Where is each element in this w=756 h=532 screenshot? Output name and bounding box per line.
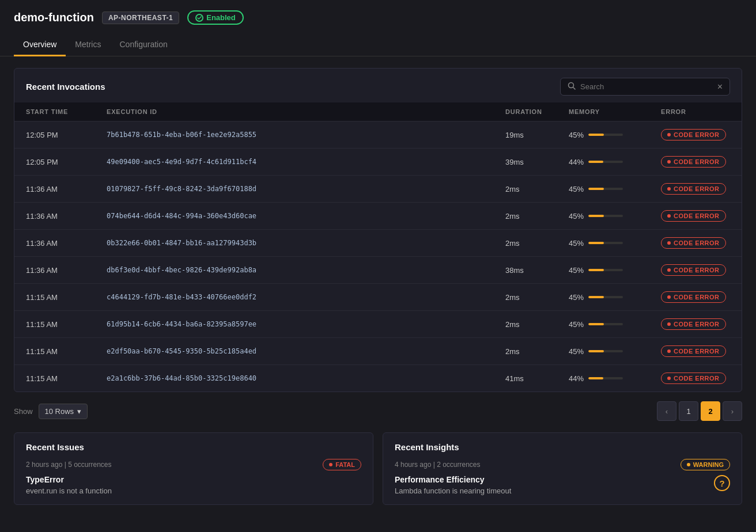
error-badge: CODE ERROR	[661, 373, 726, 384]
page-1-button[interactable]: 1	[679, 401, 698, 421]
memory-bar-bg	[588, 377, 623, 379]
cell-duration: 2ms	[494, 311, 557, 338]
cell-error: CODE ERROR	[649, 203, 742, 230]
memory-bar-fill	[588, 161, 603, 163]
memory-bar-fill	[588, 269, 604, 271]
table-row[interactable]: 11:36 AM 0b322e66-0b01-4847-bb16-aa12799…	[14, 230, 742, 257]
cell-exec-id: e2df50aa-b670-4545-9350-5b25c185a4ed	[95, 338, 494, 365]
recent-insights-title: Recent Insights	[395, 442, 730, 452]
search-icon	[568, 82, 576, 92]
memory-bar-fill	[588, 377, 603, 379]
cell-start-time: 12:05 PM	[14, 149, 95, 176]
cell-memory: 45%	[557, 257, 649, 284]
error-dot-icon	[667, 133, 671, 136]
insight-content: Performance Efficiency Lambda function i…	[395, 475, 730, 495]
issues-meta-text: 2 hours ago | 5 occurrences	[26, 461, 112, 469]
prev-page-button[interactable]: ‹	[657, 401, 676, 421]
next-page-button[interactable]: ›	[723, 401, 742, 421]
warning-dot	[687, 463, 690, 466]
header: demo-function AP-NORTHEAST-1 Enabled	[0, 0, 756, 25]
table-row[interactable]: 11:36 AM db6f3e0d-4bbf-4bec-9826-439de99…	[14, 257, 742, 284]
error-badge: CODE ERROR	[661, 237, 726, 249]
error-badge: CODE ERROR	[661, 156, 726, 168]
warning-badge: WARNING	[681, 459, 730, 470]
cell-memory: 45%	[557, 230, 649, 257]
enabled-label: Enabled	[206, 13, 236, 22]
error-badge: CODE ERROR	[661, 183, 726, 195]
memory-bar-bg	[588, 323, 623, 325]
table-row[interactable]: 12:05 PM 49e09400-aec5-4e9d-9d7f-4c61d91…	[14, 149, 742, 176]
cell-memory: 45%	[557, 203, 649, 230]
cell-duration: 38ms	[494, 257, 557, 284]
rows-select[interactable]: 10 Rows ▾	[39, 404, 88, 419]
cell-exec-id: 01079827-f5ff-49c8-8242-3da9f670188d	[95, 176, 494, 203]
cell-memory: 45%	[557, 121, 649, 149]
show-rows-control: Show 10 Rows ▾	[14, 404, 88, 419]
search-box[interactable]: ×	[560, 78, 730, 96]
memory-bar-fill	[588, 323, 604, 325]
error-badge: CODE ERROR	[661, 129, 726, 140]
insight-text: Lambda function is nearing timeout	[395, 487, 511, 495]
app-title: demo-function	[14, 11, 94, 24]
cell-start-time: 11:36 AM	[14, 230, 95, 257]
memory-bar-fill	[588, 134, 604, 136]
col-header-exec-id: EXECUTION ID	[95, 102, 494, 121]
col-header-duration: DURATION	[494, 102, 557, 121]
insight-text-block: Performance Efficiency Lambda function i…	[395, 475, 511, 495]
tab-overview[interactable]: Overview	[14, 34, 66, 56]
error-dot-icon	[667, 241, 671, 245]
enabled-badge: Enabled	[187, 10, 244, 25]
table-row[interactable]: 11:36 AM 074be644-d6d4-484c-994a-360e43d…	[14, 203, 742, 230]
invocations-card: Recent Invocations × START TIME EXECUTIO…	[14, 68, 742, 392]
error-dot-icon	[667, 295, 671, 299]
table-row[interactable]: 11:15 AM e2a1c6bb-37b6-44ad-85b0-3325c19…	[14, 365, 742, 392]
page-2-button[interactable]: 2	[701, 401, 720, 421]
table-row[interactable]: 11:36 AM 01079827-f5ff-49c8-8242-3da9f67…	[14, 176, 742, 203]
error-badge: CODE ERROR	[661, 345, 726, 357]
cell-start-time: 11:36 AM	[14, 257, 95, 284]
cell-duration: 2ms	[494, 338, 557, 365]
error-badge: CODE ERROR	[661, 318, 726, 330]
rows-dropdown-icon: ▾	[77, 407, 81, 416]
cell-start-time: 11:15 AM	[14, 284, 95, 311]
table-row[interactable]: 11:15 AM c4644129-fd7b-481e-b433-40766ee…	[14, 284, 742, 311]
table-row[interactable]: 11:15 AM 61d95b14-6cb6-4434-ba6a-82395a8…	[14, 311, 742, 338]
cell-exec-id: 49e09400-aec5-4e9d-9d7f-4c61d911bcf4	[95, 149, 494, 176]
col-header-error: ERROR	[649, 102, 742, 121]
memory-bar-fill	[588, 296, 604, 298]
issue-text: event.run is not a function	[26, 487, 361, 495]
table-header-row: START TIME EXECUTION ID DURATION MEMORY …	[14, 102, 742, 121]
memory-bar-bg	[588, 242, 623, 244]
insight-title: Performance Efficiency	[395, 475, 511, 484]
fatal-label: FATAL	[335, 461, 355, 468]
table-footer: Show 10 Rows ▾ ‹ 1 2 ›	[14, 392, 742, 421]
memory-bar-bg	[588, 269, 623, 271]
svg-line-1	[573, 88, 576, 90]
search-clear-icon[interactable]: ×	[717, 82, 723, 92]
table-row[interactable]: 12:05 PM 7b61b478-651b-4eba-b06f-1ee2e92…	[14, 121, 742, 149]
cell-duration: 19ms	[494, 121, 557, 149]
help-icon[interactable]: ?	[714, 475, 730, 491]
cell-start-time: 11:15 AM	[14, 365, 95, 392]
cell-error: CODE ERROR	[649, 257, 742, 284]
memory-pct-label: 45%	[569, 320, 584, 329]
memory-bar-fill	[588, 242, 604, 244]
col-header-memory: MEMORY	[557, 102, 649, 121]
tab-configuration[interactable]: Configuration	[110, 34, 176, 56]
memory-pct-label: 45%	[569, 266, 584, 275]
cell-duration: 39ms	[494, 149, 557, 176]
memory-bar-fill	[588, 188, 604, 190]
error-dot-icon	[667, 187, 671, 191]
memory-pct-label: 44%	[569, 158, 584, 166]
tab-metrics[interactable]: Metrics	[66, 34, 110, 56]
cell-error: CODE ERROR	[649, 230, 742, 257]
table-row[interactable]: 11:15 AM e2df50aa-b670-4545-9350-5b25c18…	[14, 338, 742, 365]
cell-error: CODE ERROR	[649, 365, 742, 392]
cell-memory: 45%	[557, 338, 649, 365]
error-dot-icon	[667, 377, 671, 380]
cell-duration: 2ms	[494, 176, 557, 203]
cell-exec-id: db6f3e0d-4bbf-4bec-9826-439de992ab8a	[95, 257, 494, 284]
error-dot-icon	[667, 268, 671, 272]
memory-bar-bg	[588, 215, 623, 217]
search-input[interactable]	[580, 82, 713, 91]
